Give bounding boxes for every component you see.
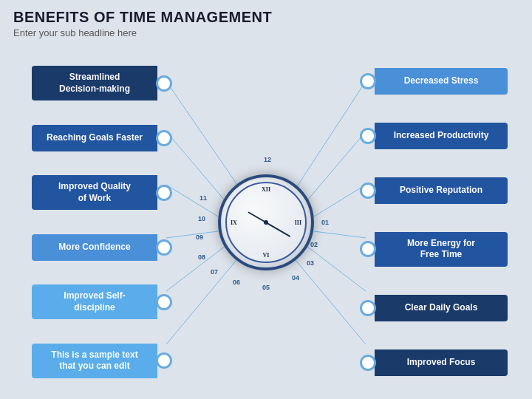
right-label-3: Positive Reputation [375,177,508,204]
svg-line-9 [314,231,366,238]
header: BENEFITS OF TIME MANAGEMENT Enter your s… [0,0,532,41]
svg-text:07: 07 [211,268,218,276]
sub-title: Enter your sub headline here [13,27,519,38]
right-connector-6 [360,355,376,371]
slide: BENEFITS OF TIME MANAGEMENT Enter your s… [0,0,532,399]
left-connector-5 [156,294,172,310]
left-item-2: Reaching Goals Faster [6,125,172,151]
right-connector-1 [360,73,376,89]
left-connector-1 [156,75,172,92]
clock-minute-hand [266,222,291,236]
right-items: Decreased Stress Increased Productivity … [360,50,526,394]
clock-outer: XII III VI IX [218,174,314,270]
svg-text:11: 11 [200,194,207,202]
svg-text:09: 09 [196,233,203,241]
svg-line-3 [166,231,218,238]
clock-face: XII III VI IX [227,183,305,262]
left-item-6: This is a sample text that you can edit [6,344,172,378]
left-item-5: Improved Self- discipline [6,284,172,319]
left-label-4: More Confidence [32,234,157,261]
left-items: Streamlined Decision-making Reaching Goa… [6,50,172,394]
left-label-3: Improved Quality of Work [32,175,157,210]
right-label-4: More Energy for Free Time [375,232,508,267]
svg-line-4 [166,246,225,291]
clock-inner: XII III VI IX [225,182,307,263]
svg-text:05: 05 [262,284,270,291]
left-label-5: Improved Self- discipline [32,284,157,319]
right-item-4: More Energy for Free Time [360,232,526,267]
right-connector-3 [360,183,376,199]
left-connector-2 [156,130,172,146]
right-connector-2 [360,128,376,144]
svg-line-2 [166,185,218,216]
right-item-6: Improved Focus [360,349,526,376]
right-item-1: Decreased Stress [360,68,526,95]
clock: XII III VI IX [218,174,314,270]
right-label-1: Decreased Stress [375,68,508,95]
left-connector-6 [156,352,172,369]
clock-numeral-6: VI [263,252,270,259]
left-connector-3 [156,185,172,201]
right-label-6: Improved Focus [375,349,508,376]
svg-text:06: 06 [233,279,240,286]
svg-text:04: 04 [292,274,299,282]
left-item-1: Streamlined Decision-making [6,66,172,100]
content-area: 12 01 02 03 04 05 06 07 08 09 10 11 X [0,50,532,394]
svg-text:01: 01 [321,219,329,226]
right-connector-4 [360,241,376,257]
main-title: BENEFITS OF TIME MANAGEMENT [13,9,519,26]
right-item-5: Clear Daily Goals [360,295,526,321]
svg-line-10 [307,246,366,291]
svg-text:10: 10 [198,215,205,222]
left-item-3: Improved Quality of Work [6,175,172,210]
svg-text:08: 08 [198,253,205,261]
clock-numeral-12: XII [262,186,270,193]
left-item-4: More Confidence [6,234,172,261]
left-label-6: This is a sample text that you can edit [32,344,157,378]
right-item-3: Positive Reputation [360,177,526,204]
clock-numeral-9: IX [231,219,237,225]
clock-center-dot [264,220,268,225]
clock-numeral-3: III [295,219,301,225]
right-connector-5 [360,300,376,316]
left-connector-4 [156,239,172,256]
svg-text:12: 12 [264,156,271,163]
svg-line-8 [314,185,366,216]
right-item-2: Increased Productivity [360,123,526,149]
left-label-2: Reaching Goals Faster [32,125,157,151]
left-label-1: Streamlined Decision-making [32,66,157,100]
right-label-5: Clear Daily Goals [375,295,508,321]
right-label-2: Increased Productivity [375,123,508,149]
